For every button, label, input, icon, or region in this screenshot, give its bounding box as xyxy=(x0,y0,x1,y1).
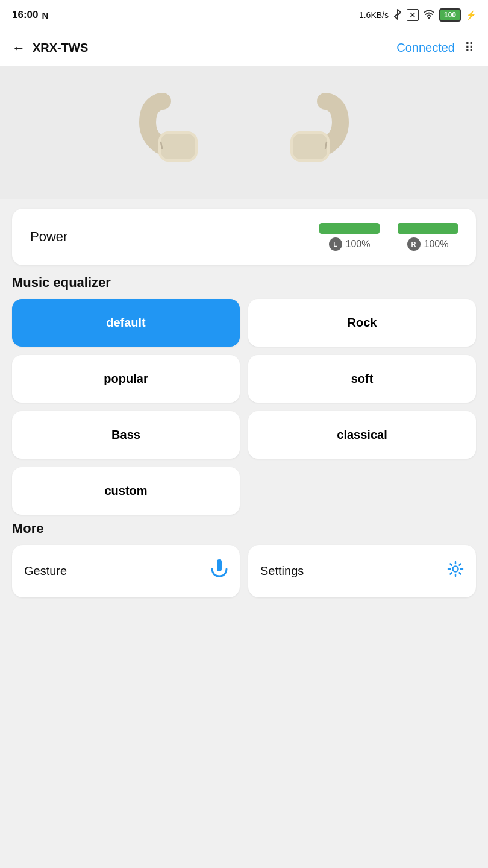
more-section: More Gesture Settings xyxy=(0,521,488,597)
more-grid: Gesture Settings xyxy=(12,545,476,597)
status-bar: 16:00 N 1.6KB/s ✕ 100 ⚡ xyxy=(0,0,488,30)
gesture-icon xyxy=(211,559,228,583)
left-percent: 100% xyxy=(346,239,371,250)
eq-popular-button[interactable]: popular xyxy=(12,355,240,403)
gesture-card[interactable]: Gesture xyxy=(12,545,240,597)
earbuds-image-area xyxy=(0,66,488,199)
settings-card[interactable]: Settings xyxy=(248,545,476,597)
back-button[interactable]: ← xyxy=(12,40,25,56)
equalizer-section-title: Music equalizer xyxy=(12,275,476,291)
right-badge: R xyxy=(407,237,421,251)
right-percent: 100% xyxy=(424,239,449,250)
svg-rect-5 xyxy=(293,134,327,159)
eq-rock-button[interactable]: Rock xyxy=(248,299,476,347)
eq-bass-button[interactable]: Bass xyxy=(12,411,240,459)
nav-left-group: ← XRX-TWS xyxy=(12,40,88,56)
right-battery-bar xyxy=(398,223,458,234)
battery-indicators: L 100% R 100% xyxy=(319,223,458,251)
more-section-title: More xyxy=(12,521,476,536)
right-battery: R 100% xyxy=(398,223,458,251)
connection-status: Connected xyxy=(396,41,455,55)
equalizer-grid: default Rock popular soft Bass classical… xyxy=(12,299,476,515)
network-icon: N xyxy=(42,10,48,20)
page-title: XRX-TWS xyxy=(33,41,88,55)
eq-custom-button[interactable]: custom xyxy=(12,467,240,515)
left-earbud xyxy=(130,83,226,182)
left-badge: L xyxy=(329,237,342,251)
svg-point-0 xyxy=(428,17,430,18)
bluetooth-icon xyxy=(393,9,402,22)
eq-classical-button[interactable]: classical xyxy=(248,411,476,459)
svg-rect-7 xyxy=(217,559,222,571)
battery-indicator: 100 xyxy=(439,8,461,22)
network-speed: 1.6KB/s xyxy=(359,10,389,20)
charging-icon: ⚡ xyxy=(466,10,476,20)
top-navigation: ← XRX-TWS Connected ⠿ xyxy=(0,30,488,66)
left-battery: L 100% xyxy=(319,223,380,251)
nav-right-group: Connected ⠿ xyxy=(396,40,476,56)
power-label: Power xyxy=(30,229,67,245)
left-battery-bar xyxy=(319,223,380,234)
settings-icon xyxy=(447,561,464,582)
svg-rect-2 xyxy=(161,134,195,159)
eq-default-button[interactable]: default xyxy=(12,299,240,347)
wifi-icon xyxy=(424,10,434,20)
status-time-area: 16:00 N xyxy=(12,9,48,21)
power-card: Power L 100% R 100% xyxy=(12,209,476,265)
close-icon: ✕ xyxy=(407,9,419,21)
right-earbud xyxy=(262,83,358,182)
more-menu-button[interactable]: ⠿ xyxy=(465,40,476,56)
settings-label: Settings xyxy=(260,564,304,578)
svg-point-8 xyxy=(453,567,458,572)
status-icons: 1.6KB/s ✕ 100 ⚡ xyxy=(359,8,476,22)
gesture-label: Gesture xyxy=(24,564,67,578)
eq-soft-button[interactable]: soft xyxy=(248,355,476,403)
status-time: 16:00 xyxy=(12,9,38,21)
